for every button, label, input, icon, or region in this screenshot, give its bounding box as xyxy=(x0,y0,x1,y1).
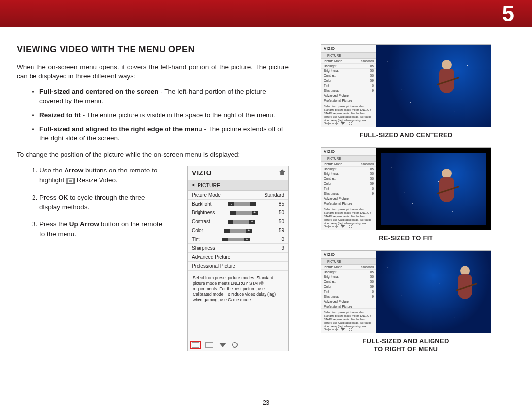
gear-icon[interactable] xyxy=(232,342,238,348)
menu-row-tint[interactable]: Tint-+0 xyxy=(188,235,288,244)
page-heading: VIEWING VIDEO WITH THE MENU OPEN xyxy=(17,44,289,55)
steps-list: Use the Arrow buttons on the remote to h… xyxy=(17,166,165,351)
resize-video-icon xyxy=(66,178,75,184)
menu-row-contrast[interactable]: Contrast-+50 xyxy=(188,217,288,226)
chapter-banner: 5 xyxy=(0,0,532,27)
home-icon[interactable] xyxy=(279,169,285,175)
menu-row-color[interactable]: Color-+59 xyxy=(188,226,288,235)
caption-3a: FULL-SIZED AND ALIGNED xyxy=(302,337,509,344)
resize-icon[interactable] xyxy=(192,342,200,348)
caption-3b: TO RIGHT OF MENU xyxy=(302,345,509,353)
menu-row-picture-mode[interactable]: Picture ModeStandard xyxy=(188,191,288,200)
menu-section-title[interactable]: PICTURE xyxy=(188,180,288,191)
menu-row-backlight[interactable]: Backlight-+85 xyxy=(188,200,288,208)
page-number: 23 xyxy=(0,399,532,406)
display-options-list: Full-sized and centered on the screen - … xyxy=(17,87,289,143)
video-preview-2 xyxy=(376,148,491,230)
menu-row-sharpness[interactable]: Sharpness9 xyxy=(188,244,288,253)
mini-menu-2: VIZIO PICTURE Picture ModeStandard Backl… xyxy=(321,148,376,230)
caption-1: FULL-SIZED AND CENTERED xyxy=(302,131,509,138)
example-resized: VIZIO PICTURE Picture ModeStandard Backl… xyxy=(321,147,491,230)
menu-row-advanced[interactable]: Advanced Picture xyxy=(188,253,288,262)
wide-icon[interactable] xyxy=(205,342,213,348)
caption-2: RE-SIZED TO FIT xyxy=(302,234,509,241)
menu-row-professional[interactable]: Professional Picture xyxy=(188,262,288,271)
mini-menu-1: VIZIO PICTURE Picture ModeStandard Backl… xyxy=(321,45,376,127)
step-3: Press the Up Arrow button on the remote … xyxy=(39,219,165,240)
mini-menu-3: VIZIO PICTURE Picture ModeStandard Backl… xyxy=(321,251,376,333)
video-preview-1 xyxy=(376,45,491,127)
menu-row-brightness[interactable]: Brightness-+50 xyxy=(188,208,288,217)
chevron-down-icon[interactable] xyxy=(219,343,226,347)
change-intro: To change the position of the picture wh… xyxy=(17,150,289,160)
menu-brand: VIZIO xyxy=(192,169,212,177)
menu-bottom-bar xyxy=(188,339,288,351)
example-full-centered: VIZIO PICTURE Picture ModeStandard Backl… xyxy=(321,44,491,127)
video-preview-3 xyxy=(376,251,491,333)
example-aligned-right: VIZIO PICTURE Picture ModeStandard Backl… xyxy=(321,250,491,333)
menu-footnote: Select from preset picture modes. Standa… xyxy=(188,271,288,339)
osd-menu-large: VIZIO PICTURE Picture ModeStandard Backl… xyxy=(187,166,289,351)
step-1: Use the Arrow buttons on the remote to h… xyxy=(39,166,165,186)
step-2: Press OK to cycle through the three disp… xyxy=(39,193,165,213)
intro-paragraph: When the on-screen menu opens, it covers… xyxy=(17,63,289,81)
